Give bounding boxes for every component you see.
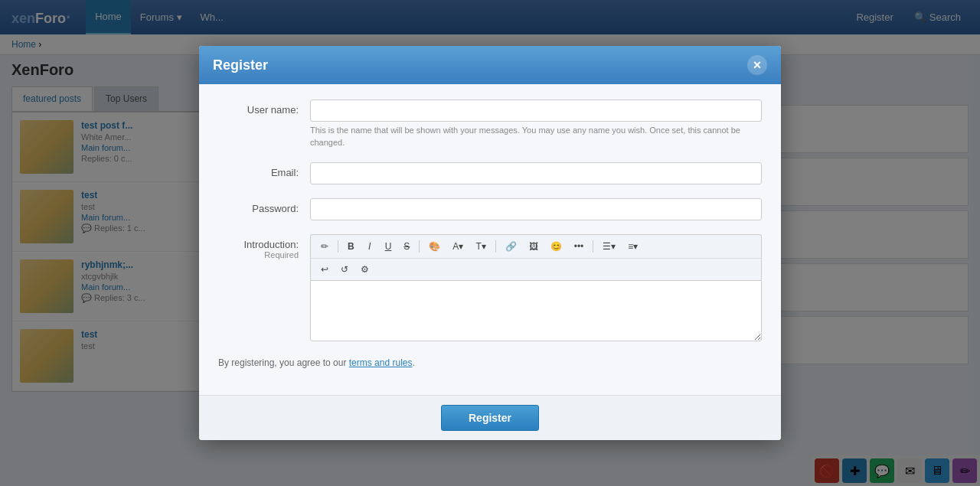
toolbar-more-btn[interactable]: ••• bbox=[569, 238, 590, 255]
password-input[interactable] bbox=[310, 198, 762, 220]
register-modal: Register × User name: This is the name t… bbox=[199, 46, 781, 440]
toolbar-emoji-btn[interactable]: 😊 bbox=[545, 238, 567, 255]
toolbar-align-btn[interactable]: ☰▾ bbox=[597, 238, 621, 255]
email-label: Email: bbox=[218, 162, 310, 178]
toolbar-sep-3 bbox=[495, 240, 496, 253]
toolbar-pen-btn[interactable]: ✏ bbox=[315, 238, 334, 255]
agree-text: By registering, you agree to our terms a… bbox=[218, 357, 762, 368]
toolbar-list-btn[interactable]: ≡▾ bbox=[622, 238, 643, 255]
username-row: User name: This is the name that will be… bbox=[218, 99, 762, 148]
introduction-row: Introduction: Required ✏ B I U S 🎨 A▾ bbox=[218, 234, 762, 344]
introduction-label: Introduction: Required bbox=[218, 234, 310, 259]
agree-text-after: . bbox=[412, 357, 414, 368]
editor-toolbar: ✏ B I U S 🎨 A▾ T▾ 🔗 🖼 😊 • bbox=[310, 234, 762, 258]
toolbar-font-color-btn[interactable]: A▾ bbox=[447, 238, 469, 255]
toolbar-settings-btn[interactable]: ⚙ bbox=[355, 261, 374, 278]
introduction-field-wrapper: ✏ B I U S 🎨 A▾ T▾ 🔗 🖼 😊 • bbox=[310, 234, 762, 344]
modal-overlay: Register × User name: This is the name t… bbox=[0, 0, 980, 486]
password-field-wrapper bbox=[310, 198, 762, 220]
agree-text-before: By registering, you agree to our bbox=[218, 357, 349, 368]
email-row: Email: bbox=[218, 162, 762, 184]
toolbar-font-size-btn[interactable]: T▾ bbox=[470, 238, 491, 255]
toolbar-underline-btn[interactable]: U bbox=[380, 238, 397, 255]
modal-footer: Register bbox=[199, 395, 781, 440]
toolbar-redo-btn[interactable]: ↺ bbox=[335, 261, 354, 278]
modal-title: Register bbox=[213, 57, 268, 73]
toolbar-bold-btn[interactable]: B bbox=[342, 238, 360, 255]
toolbar-color-btn[interactable]: 🎨 bbox=[423, 238, 446, 255]
toolbar-italic-btn[interactable]: I bbox=[361, 238, 378, 255]
toolbar-image-btn[interactable]: 🖼 bbox=[524, 238, 544, 255]
email-input[interactable] bbox=[310, 162, 762, 184]
editor-toolbar-row2: ↩ ↺ ⚙ bbox=[310, 258, 762, 280]
username-input[interactable] bbox=[310, 99, 762, 122]
password-label: Password: bbox=[218, 198, 310, 214]
modal-header: Register × bbox=[199, 46, 781, 84]
introduction-textarea[interactable] bbox=[310, 280, 762, 341]
toolbar-sep-2 bbox=[419, 240, 420, 253]
toolbar-strike-btn[interactable]: S bbox=[398, 238, 415, 255]
toolbar-link-btn[interactable]: 🔗 bbox=[500, 238, 522, 255]
modal-body: User name: This is the name that will be… bbox=[199, 84, 781, 395]
username-field: This is the name that will be shown with… bbox=[310, 99, 762, 148]
password-row: Password: bbox=[218, 198, 762, 220]
terms-link[interactable]: terms and rules bbox=[349, 357, 413, 368]
modal-close-button[interactable]: × bbox=[747, 55, 767, 75]
toolbar-sep-1 bbox=[338, 240, 338, 253]
toolbar-undo-btn[interactable]: ↩ bbox=[315, 261, 334, 278]
toolbar-sep-4 bbox=[593, 240, 593, 253]
register-submit-button[interactable]: Register bbox=[441, 405, 539, 431]
username-hint: This is the name that will be shown with… bbox=[310, 125, 762, 148]
username-label: User name: bbox=[218, 99, 310, 116]
email-field-wrapper bbox=[310, 162, 762, 184]
